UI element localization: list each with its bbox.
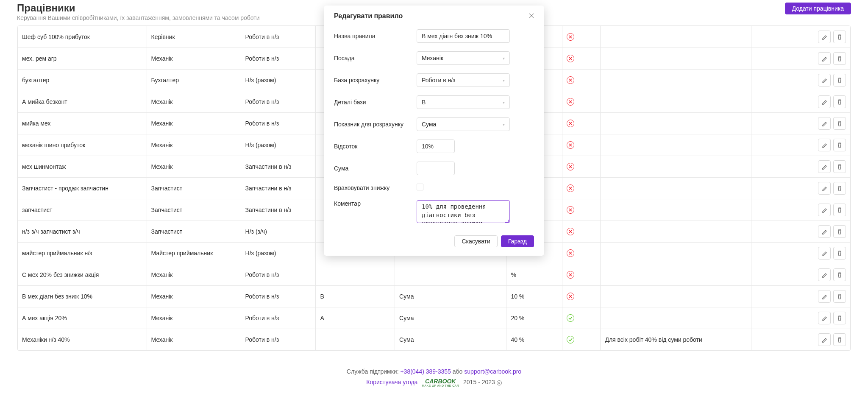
- label-discount: Враховувати знижку: [334, 184, 417, 191]
- cancel-button[interactable]: Скасувати: [454, 235, 497, 247]
- chevron-down-icon: ▾: [503, 78, 505, 83]
- label-position: Посада: [334, 55, 417, 61]
- label-base: База розрахунку: [334, 77, 417, 84]
- base-select[interactable]: Роботи в н/з ▾: [417, 73, 510, 87]
- detail-select-value: В: [422, 99, 426, 106]
- position-select-value: Механік: [422, 55, 443, 61]
- position-select[interactable]: Механік ▾: [417, 51, 510, 65]
- edit-rule-modal: Редагувати правило Назва правила Посада …: [324, 6, 544, 256]
- label-comment: Коментар: [334, 200, 417, 207]
- comment-textarea[interactable]: [417, 200, 510, 223]
- label-sum: Сума: [334, 165, 417, 172]
- ok-button[interactable]: Гаразд: [501, 235, 534, 247]
- close-icon[interactable]: [529, 12, 534, 20]
- label-percent: Відсоток: [334, 143, 417, 150]
- discount-checkbox[interactable]: [417, 184, 423, 190]
- metric-select-value: Сума: [422, 121, 436, 128]
- metric-select[interactable]: Сума ▾: [417, 117, 510, 131]
- percent-input[interactable]: [417, 140, 455, 153]
- label-detail: Деталі бази: [334, 99, 417, 106]
- label-rule-name: Назва правила: [334, 33, 417, 39]
- label-metric: Показник для розрахунку: [334, 121, 417, 128]
- detail-select[interactable]: В ▾: [417, 95, 510, 109]
- rule-name-input[interactable]: [417, 29, 510, 43]
- sum-input[interactable]: [417, 162, 455, 175]
- base-select-value: Роботи в н/з: [422, 77, 456, 84]
- chevron-down-icon: ▾: [503, 100, 505, 105]
- chevron-down-icon: ▾: [503, 56, 505, 61]
- chevron-down-icon: ▾: [503, 122, 505, 127]
- modal-title: Редагувати правило: [334, 12, 403, 20]
